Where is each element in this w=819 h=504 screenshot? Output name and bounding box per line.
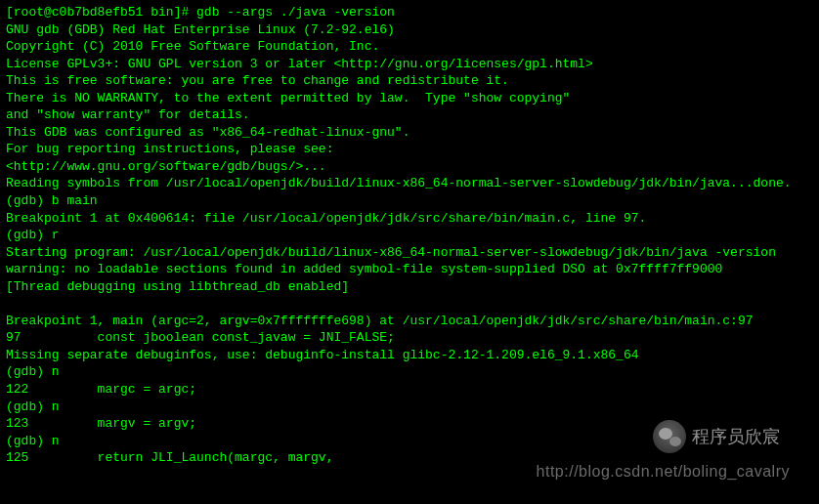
terminal-line: For bug reporting instructions, please s…: [6, 141, 813, 158]
watermark-author: 程序员欣宸: [653, 420, 780, 453]
watermark-url: http://blog.csdn.net/boling_cavalry: [537, 461, 790, 483]
terminal-line: Missing separate debuginfos, use: debugi…: [6, 347, 813, 364]
terminal-line: warning: no loadable sections found in a…: [6, 261, 813, 278]
terminal-line: Starting program: /usr/local/openjdk/bui…: [6, 244, 813, 262]
terminal-line: Breakpoint 1, main (argc=2, argv=0x7ffff…: [6, 313, 813, 330]
terminal-line: 122 margc = argc;: [6, 381, 813, 399]
terminal-line: GNU gdb (GDB) Red Hat Enterprise Linux (…: [6, 21, 813, 39]
terminal-output[interactable]: [root@c0b7bd8efb51 bin]# gdb --args ./ja…: [6, 4, 813, 467]
terminal-line: Breakpoint 1 at 0x400614: file /usr/loca…: [6, 210, 813, 228]
wechat-icon: [653, 420, 686, 453]
terminal-line: Reading symbols from /usr/local/openjdk/…: [6, 175, 813, 192]
terminal-line: [Thread debugging using libthread_db ena…: [6, 278, 813, 296]
watermark-author-text: 程序员欣宸: [692, 425, 780, 448]
terminal-line: and "show warranty" for details.: [6, 106, 813, 124]
terminal-line: (gdb) b main: [6, 192, 813, 210]
terminal-line: (gdb) n: [6, 363, 813, 381]
terminal-line: License GPLv3+: GNU GPL version 3 or lat…: [6, 56, 813, 73]
terminal-line: This is free software: you are free to c…: [6, 72, 813, 90]
terminal-line: This GDB was configured as "x86_64-redha…: [6, 124, 813, 142]
terminal-line: 97 const jboolean const_javaw = JNI_FALS…: [6, 329, 813, 347]
terminal-line: [6, 295, 813, 313]
terminal-line: Copyright (C) 2010 Free Software Foundat…: [6, 38, 813, 56]
terminal-line: <http://www.gnu.org/software/gdb/bugs/>.…: [6, 158, 813, 176]
terminal-line: (gdb) n: [6, 399, 813, 416]
terminal-line: [root@c0b7bd8efb51 bin]# gdb --args ./ja…: [6, 4, 813, 21]
terminal-line: There is NO WARRANTY, to the extent perm…: [6, 90, 813, 107]
terminal-line: (gdb) r: [6, 227, 813, 244]
